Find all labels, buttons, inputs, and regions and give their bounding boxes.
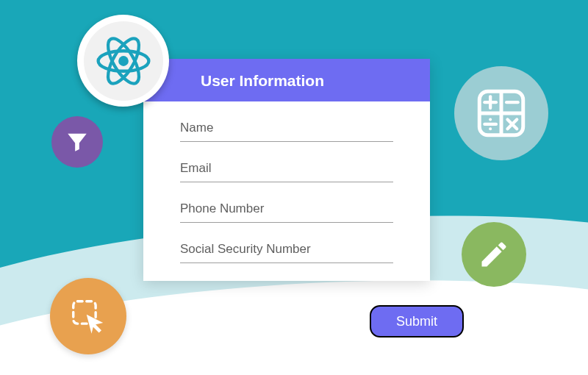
phone-input[interactable] (180, 193, 393, 223)
svg-point-0 (118, 56, 129, 66)
react-logo-inner (84, 21, 163, 101)
filter-badge (51, 116, 103, 168)
select-badge (50, 278, 126, 354)
svg-point-13 (489, 127, 492, 130)
svg-point-12 (489, 118, 492, 121)
user-info-card: User Information (143, 59, 430, 281)
submit-button[interactable]: Submit (370, 305, 464, 338)
funnel-icon (65, 129, 90, 154)
pencil-icon (478, 238, 510, 271)
card-title: User Information (143, 59, 430, 101)
name-input[interactable] (180, 112, 393, 142)
react-logo-badge (77, 15, 169, 107)
selection-cursor-icon (68, 296, 108, 336)
card-body (143, 101, 430, 281)
react-icon (92, 29, 155, 93)
edit-badge (462, 222, 526, 287)
email-input[interactable] (180, 152, 393, 182)
calculator-icon (476, 88, 526, 138)
ssn-input[interactable] (180, 233, 393, 263)
calculator-badge (454, 66, 548, 160)
